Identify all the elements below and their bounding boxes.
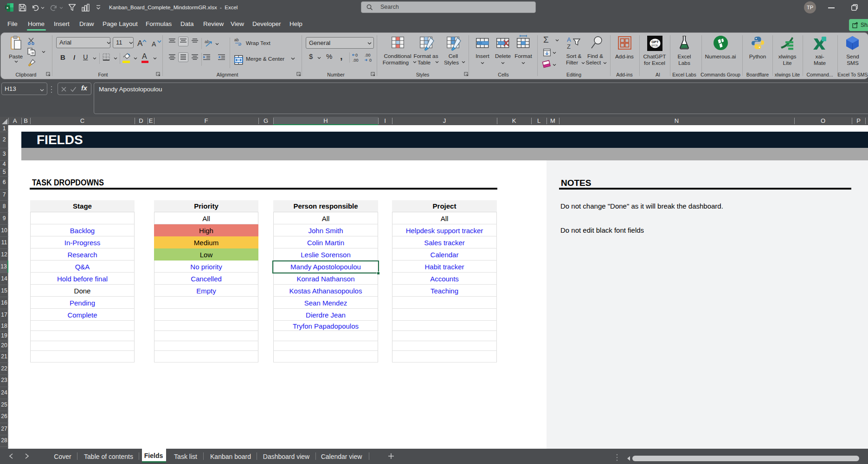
svg-text:x: x (6, 6, 9, 10)
svg-text:EXCEL: EXCEL (652, 44, 659, 47)
svg-text:.00: .00 (353, 58, 359, 63)
svg-text:0: 0 (355, 53, 358, 57)
svg-text:ab: ab (205, 39, 210, 44)
svg-text:A: A (567, 36, 571, 43)
svg-text:0: 0 (369, 58, 372, 63)
svg-text:.00: .00 (365, 53, 371, 57)
svg-text:ab: ab (234, 38, 239, 42)
svg-text:Z: Z (567, 43, 571, 50)
svg-text:GPT: GPT (651, 40, 659, 44)
